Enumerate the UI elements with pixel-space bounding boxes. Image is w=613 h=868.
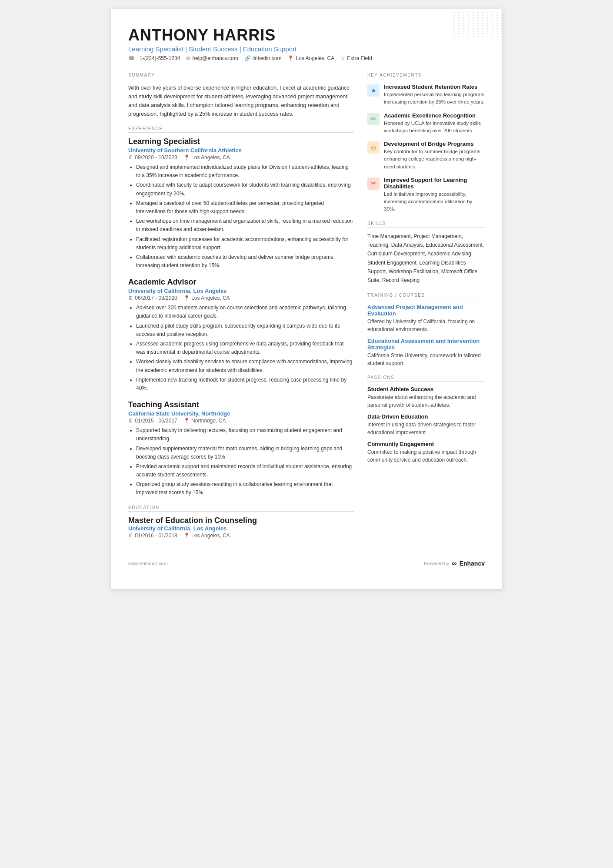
training-item: Educational Assessment and Intervention … bbox=[367, 338, 485, 367]
job-bullets: Supported faculty in delivering lectures… bbox=[128, 426, 354, 497]
passions-label: PASSIONS bbox=[367, 375, 485, 382]
candidate-name: ANTHONY HARRIS bbox=[128, 26, 485, 44]
job-location: 📍 Los Angeles, CA bbox=[183, 295, 230, 301]
achievement-desc: Honored by UCLA for innovative study ski… bbox=[384, 120, 485, 135]
job-meta: 🗓 09/2020 - 10/2023 📍 Los Angeles, CA bbox=[128, 154, 354, 161]
job-block: Learning Specialist University of Southe… bbox=[128, 137, 354, 270]
achievement-content: Academic Excellence Recognition Honored … bbox=[384, 112, 485, 135]
achievements-section: KEY ACHIEVEMENTS ★ Increased Student Ret… bbox=[367, 73, 485, 213]
job-block: Academic Advisor University of Californi… bbox=[128, 278, 354, 392]
job-meta: 🗓 01/2015 - 05/2017 📍 Northridge, CA bbox=[128, 418, 354, 424]
job-company: California State University, Northridge bbox=[128, 410, 354, 417]
edu-degree: Master of Education in Counseling bbox=[128, 516, 354, 525]
education-label: EDUCATION bbox=[128, 505, 354, 512]
achievement-content: Development of Bridge Programs Key contr… bbox=[384, 141, 485, 171]
achievement-item: ✂ Improved Support for Learning Disabili… bbox=[367, 177, 485, 213]
bullet-item: Worked closely with disability services … bbox=[136, 358, 354, 374]
training-list: Advanced Project Management and Evaluati… bbox=[367, 304, 485, 367]
passion-item: Data-Driven Education Interest in using … bbox=[367, 413, 485, 436]
job-dates: 🗓 09/2020 - 10/2023 bbox=[128, 154, 177, 161]
passion-item: Student Athlete Success Passionate about… bbox=[367, 386, 485, 409]
passion-title: Community Engagement bbox=[367, 441, 485, 447]
achievement-desc: Led initiatives improving accessibility,… bbox=[384, 191, 485, 213]
bullet-item: Provided academic support and maintained… bbox=[136, 462, 354, 479]
contact-bar: ☎+1-(234)-555-1234✉help@enhancv.com🔗link… bbox=[128, 55, 485, 61]
passion-desc: Committed to making a positive impact th… bbox=[367, 448, 485, 464]
achievement-icon: ✂ bbox=[367, 178, 380, 190]
training-label: TRAINING / COURSES bbox=[367, 293, 485, 299]
job-bullets: Designed and implemented individualized … bbox=[128, 163, 354, 270]
passions-section: PASSIONS Student Athlete Success Passion… bbox=[367, 375, 485, 464]
training-title: Educational Assessment and Intervention … bbox=[367, 338, 485, 351]
header-divider bbox=[128, 66, 485, 66]
edu-dates: 🗓 01/2016 - 01/2018 bbox=[128, 533, 177, 539]
contact-text: linkedin.com bbox=[253, 55, 282, 61]
training-desc: California State University, coursework … bbox=[367, 352, 485, 367]
job-meta: 🗓 06/2017 - 08/2020 📍 Los Angeles, CA bbox=[128, 295, 354, 301]
infinity-icon: ∞ bbox=[452, 560, 456, 567]
job-block: Teaching Assistant California State Univ… bbox=[128, 400, 354, 497]
education-section: EDUCATION Master of Education in Counsel… bbox=[128, 505, 354, 539]
contact-icon: ✉ bbox=[186, 55, 190, 61]
footer-website: www.enhancv.com bbox=[128, 561, 168, 566]
education-entries: Master of Education in Counseling Univer… bbox=[128, 516, 354, 539]
passion-title: Data-Driven Education bbox=[367, 413, 485, 420]
education-entry: Master of Education in Counseling Univer… bbox=[128, 516, 354, 539]
bullet-item: Coordinated with faculty to adapt course… bbox=[136, 181, 354, 198]
contact-icon: 🔗 bbox=[244, 55, 251, 61]
brand-name: Enhancv bbox=[460, 560, 485, 567]
job-title: Teaching Assistant bbox=[128, 400, 354, 409]
edu-meta: 🗓 01/2016 - 01/2018 📍 Los Angeles, CA bbox=[128, 533, 354, 539]
bullet-item: Led workshops on time management and org… bbox=[136, 217, 354, 234]
experience-jobs: Learning Specialist University of Southe… bbox=[128, 137, 354, 497]
job-location: 📍 Northridge, CA bbox=[183, 418, 226, 424]
bullet-item: Managed a caseload of over 50 student-at… bbox=[136, 199, 354, 216]
training-title: Advanced Project Management and Evaluati… bbox=[367, 304, 485, 317]
powered-by-text: Powered by bbox=[424, 561, 449, 566]
contact-text: Extra Field bbox=[347, 55, 372, 61]
job-dates: 🗓 01/2015 - 05/2017 bbox=[128, 418, 177, 424]
achievement-title: Development of Bridge Programs bbox=[384, 141, 485, 147]
achievements-list: ★ Increased Student Retention Rates Impl… bbox=[367, 84, 485, 213]
right-column: KEY ACHIEVEMENTS ★ Increased Student Ret… bbox=[367, 73, 485, 546]
bullet-item: Organized group study sessions resulting… bbox=[136, 480, 354, 497]
summary-label: SUMMARY bbox=[128, 73, 354, 79]
achievement-item: ✏ Academic Excellence Recognition Honore… bbox=[367, 112, 485, 135]
training-section: TRAINING / COURSES Advanced Project Mana… bbox=[367, 293, 485, 367]
achievement-item: ★ Increased Student Retention Rates Impl… bbox=[367, 84, 485, 106]
contact-item: ☆Extra Field bbox=[340, 55, 372, 61]
job-company: University of California, Los Angeles bbox=[128, 288, 354, 294]
experience-section: EXPERIENCE Learning Specialist Universit… bbox=[128, 126, 354, 497]
bullet-item: Assessed academic progress using compreh… bbox=[136, 340, 354, 356]
job-dates: 🗓 06/2017 - 08/2020 bbox=[128, 295, 177, 301]
summary-text: With over five years of diverse experien… bbox=[128, 84, 354, 118]
achievements-label: KEY ACHIEVEMENTS bbox=[367, 73, 485, 79]
job-title: Learning Specialist bbox=[128, 137, 354, 146]
bullet-item: Implemented new tracking methods for stu… bbox=[136, 376, 354, 392]
achievement-icon: ★ bbox=[367, 84, 380, 97]
job-company: University of Southern California Athlet… bbox=[128, 147, 354, 154]
candidate-title: Learning Specialist | Student Success | … bbox=[128, 45, 485, 53]
bullet-item: Developed supplementary material for mat… bbox=[136, 445, 354, 461]
bullet-item: Facilitated registration processes for a… bbox=[136, 235, 354, 252]
achievement-content: Increased Student Retention Rates Implem… bbox=[384, 84, 485, 106]
skills-text: Time Management, Project Management, Tea… bbox=[367, 232, 485, 285]
contact-item: ☎+1-(234)-555-1234 bbox=[128, 55, 180, 61]
bullet-item: Collaborated with academic coaches to de… bbox=[136, 253, 354, 270]
achievement-title: Increased Student Retention Rates bbox=[384, 84, 485, 90]
passion-desc: Passionate about enhancing the academic … bbox=[367, 393, 485, 409]
bullet-item: Advised over 300 students annually on co… bbox=[136, 304, 354, 320]
left-column: SUMMARY With over five years of diverse … bbox=[128, 73, 354, 546]
contact-item: 🔗linkedin.com bbox=[244, 55, 282, 61]
contact-text: help@enhancv.com bbox=[192, 55, 238, 61]
bullet-item: Designed and implemented individualized … bbox=[136, 163, 354, 180]
bullet-item: Launched a pilot study skills program, s… bbox=[136, 322, 354, 338]
job-bullets: Advised over 300 students annually on co… bbox=[128, 304, 354, 392]
bullet-item: Supported faculty in delivering lectures… bbox=[136, 426, 354, 443]
resume-page: // We'll generate dots inline via JS aft… bbox=[111, 9, 502, 589]
footer-brand: Powered by ∞ Enhancv bbox=[424, 560, 485, 567]
passions-list: Student Athlete Success Passionate about… bbox=[367, 386, 485, 464]
achievement-desc: Key contributor to summer bridge program… bbox=[384, 148, 485, 171]
training-item: Advanced Project Management and Evaluati… bbox=[367, 304, 485, 333]
contact-icon: 📍 bbox=[287, 55, 294, 61]
